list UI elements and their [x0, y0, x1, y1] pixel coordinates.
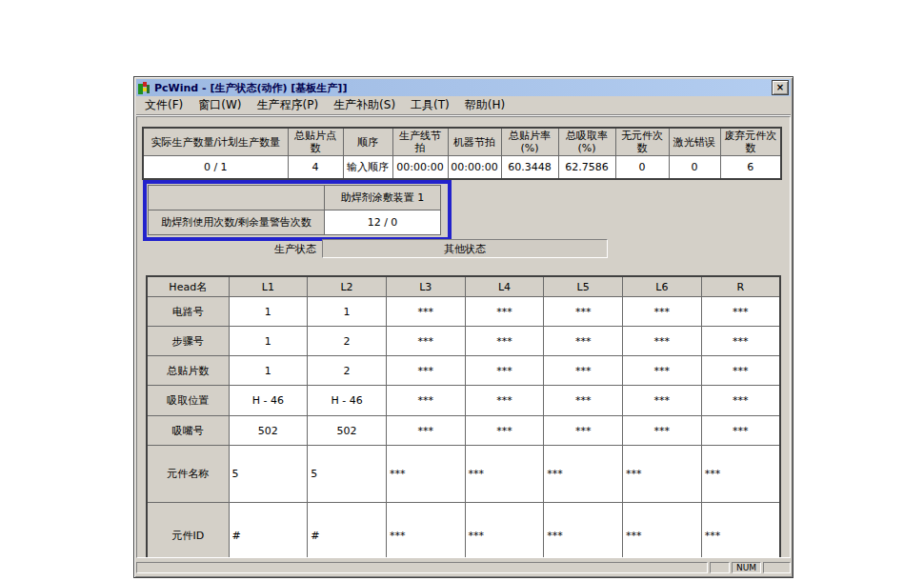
- row-label: 吸嘴号: [147, 416, 229, 446]
- data-cell: ***: [465, 416, 544, 446]
- menu-production-assist[interactable]: 生产补助(S): [327, 97, 402, 113]
- summary-value-discarded: 6: [720, 156, 781, 180]
- production-status-row: 生产状态 其他状态: [137, 239, 790, 258]
- data-cell: H - 46: [229, 386, 308, 416]
- summary-table: 实际生产数量/计划生产数量 总贴片点数 顺序 生产线节拍 机器节拍 总贴片率(%…: [142, 127, 782, 180]
- row-label: 元件ID: [147, 503, 229, 559]
- menu-production-program[interactable]: 生产程序(P): [251, 97, 326, 113]
- data-cell: ***: [701, 416, 780, 446]
- window-title: PcWind - [生产状态(动作) [基板生产]]: [154, 81, 772, 95]
- head-table-header-row: Head名 L1 L2 L3 L4 L5 L6 R: [147, 276, 780, 297]
- data-cell: 5: [229, 446, 308, 503]
- menu-tools[interactable]: 工具(T): [404, 97, 456, 113]
- statusbar-panel-2: [763, 562, 791, 573]
- menu-file[interactable]: 文件(F): [138, 97, 190, 113]
- app-icon: [138, 82, 151, 94]
- title-bar[interactable]: PcWind - [生产状态(动作) [基板生产]] ×: [136, 79, 791, 96]
- summary-header-total-points: 总贴片点数: [288, 128, 343, 156]
- statusbar-num-panel: NUM: [732, 562, 761, 573]
- row-total-placements: 总贴片数 1 2 *** *** *** *** ***: [147, 356, 780, 386]
- close-icon: ×: [776, 83, 784, 92]
- data-cell: ***: [701, 356, 780, 386]
- num-lock-indicator: NUM: [736, 563, 756, 572]
- pcwind-window: PcWind - [生产状态(动作) [基板生产]] × 文件(F) 窗口(W)…: [133, 76, 793, 578]
- summary-header-no-component: 无元件次数: [615, 128, 669, 156]
- row-label: 总贴片数: [147, 356, 229, 386]
- client-area: 实际生产数量/计划生产数量 总贴片点数 顺序 生产线节拍 机器节拍 总贴片率(%…: [136, 116, 791, 558]
- data-cell: ***: [701, 386, 780, 416]
- menu-bar: 文件(F) 窗口(W) 生产程序(P) 生产补助(S) 工具(T) 帮助(H): [136, 96, 791, 115]
- data-cell: ***: [623, 327, 702, 356]
- summary-header-laser-error: 激光错误: [669, 128, 720, 156]
- close-button[interactable]: ×: [772, 80, 789, 95]
- summary-header-machine-tact: 机器节拍: [448, 128, 501, 156]
- data-cell: ***: [386, 446, 465, 503]
- data-cell: ***: [386, 297, 465, 327]
- row-label: 元件名称: [147, 446, 229, 503]
- data-cell: 2: [308, 327, 387, 356]
- data-cell: ***: [623, 356, 702, 386]
- summary-header-row: 实际生产数量/计划生产数量 总贴片点数 顺序 生产线节拍 机器节拍 总贴片率(%…: [143, 128, 781, 156]
- summary-header-pickup-rate: 总吸取率(%): [558, 128, 615, 156]
- row-nozzle-no: 吸嘴号 502 502 *** *** *** *** ***: [147, 416, 780, 446]
- data-cell: ***: [623, 386, 702, 416]
- data-cell: ***: [544, 327, 623, 356]
- data-cell: H - 46: [308, 386, 387, 416]
- data-cell: ***: [544, 297, 623, 327]
- row-label: 电路号: [147, 297, 229, 327]
- row-label: 吸取位置: [147, 386, 229, 416]
- data-cell: #: [308, 503, 387, 559]
- menu-help[interactable]: 帮助(H): [458, 97, 512, 113]
- data-cell: ***: [701, 327, 780, 356]
- summary-value-pickup-rate: 62.7586: [558, 156, 615, 180]
- row-component-id: 元件ID # # *** *** *** *** ***: [147, 503, 780, 559]
- summary-header-order: 顺序: [343, 128, 392, 156]
- statusbar-message-panel: [136, 562, 708, 573]
- data-cell: ***: [465, 386, 544, 416]
- data-cell: ***: [623, 446, 702, 503]
- data-cell: 1: [229, 297, 308, 327]
- data-cell: ***: [701, 503, 780, 559]
- flux-highlight-box: 助焊剂涂敷装置 1 助焊剂使用次数/剩余量警告次数 12 / 0: [143, 180, 452, 241]
- data-cell: 1: [229, 356, 308, 386]
- row-component-name: 元件名称 5 5 *** *** *** *** ***: [147, 446, 780, 503]
- head-table-corner: Head名: [147, 276, 229, 297]
- summary-value-line-tact: 00:00:00: [392, 156, 448, 180]
- row-label: 步骤号: [147, 327, 229, 356]
- production-status-value: 其他状态: [322, 239, 608, 258]
- data-cell: ***: [701, 446, 780, 503]
- head-col-l1: L1: [229, 276, 308, 297]
- summary-header-actual-planned: 实际生产数量/计划生产数量: [143, 128, 288, 156]
- data-cell: ***: [701, 297, 780, 327]
- production-status-text: 其他状态: [444, 242, 486, 256]
- data-cell: ***: [623, 503, 702, 559]
- row-circuit-no: 电路号 1 1 *** *** *** *** ***: [147, 297, 780, 327]
- status-bar: NUM: [136, 558, 791, 575]
- data-cell: ***: [386, 327, 465, 356]
- head-col-l5: L5: [544, 276, 623, 297]
- data-cell: ***: [386, 356, 465, 386]
- menu-window[interactable]: 窗口(W): [191, 97, 248, 113]
- data-cell: ***: [465, 297, 544, 327]
- flux-empty-cell: [149, 186, 325, 210]
- summary-value-no-component: 0: [615, 156, 669, 180]
- summary-value-laser-error: 0: [669, 156, 720, 180]
- flux-usage-label: 助焊剂使用次数/剩余量警告次数: [149, 210, 325, 235]
- summary-header-line-tact: 生产线节拍: [392, 128, 448, 156]
- flux-device-header: 助焊剂涂敷装置 1: [325, 186, 441, 210]
- head-col-l6: L6: [623, 276, 702, 297]
- data-cell: ***: [465, 503, 544, 559]
- data-cell: ***: [386, 503, 465, 559]
- data-cell: ***: [544, 356, 623, 386]
- data-cell: ***: [623, 416, 702, 446]
- head-table: Head名 L1 L2 L3 L4 L5 L6 R 电路号 1 1 *** **…: [146, 275, 781, 558]
- row-pickup-position: 吸取位置 H - 46 H - 46 *** *** *** *** ***: [147, 386, 780, 416]
- summary-value-order: 输入顺序: [343, 156, 392, 180]
- data-cell: 2: [308, 356, 387, 386]
- head-col-r: R: [701, 276, 780, 297]
- data-cell: ***: [465, 446, 544, 503]
- data-cell: ***: [465, 327, 544, 356]
- data-cell: 502: [308, 416, 387, 446]
- head-col-l3: L3: [386, 276, 465, 297]
- summary-value-row: 0 / 1 4 输入顺序 00:00:00 00:00:00 60.3448 6…: [143, 156, 781, 180]
